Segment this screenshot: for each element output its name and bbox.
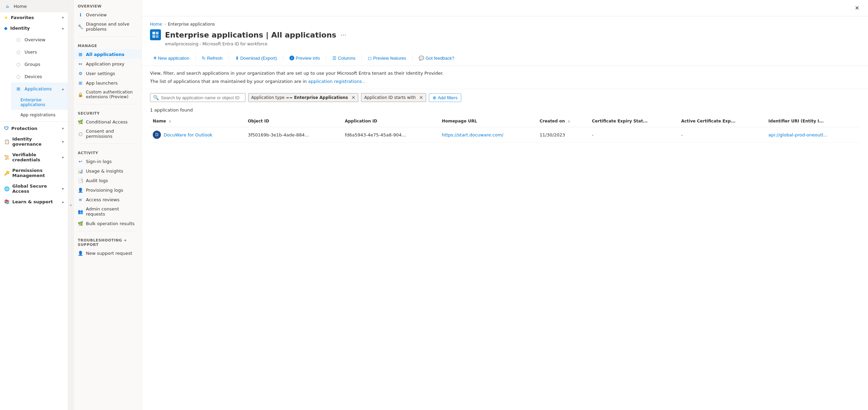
sub-sidebar-app-proxy[interactable]: ↔ Application proxy [74, 59, 141, 69]
sub-sidebar-security-section: Security [74, 107, 141, 117]
add-filters-button[interactable]: ⊕ Add filters [429, 93, 461, 102]
got-feedback-button[interactable]: 💬 Got feedback? [415, 54, 458, 62]
sidebar-item-home[interactable]: ⌂ Home [0, 0, 68, 12]
sub-sidebar-new-support[interactable]: 👤 New support request [74, 248, 141, 258]
col-application-id[interactable]: Application ID [342, 115, 439, 127]
new-application-button[interactable]: + New application [150, 53, 193, 63]
sub-sidebar-usage-insights[interactable]: 📊 Usage & insights [74, 166, 141, 176]
sub-divider-3 [78, 144, 137, 144]
sub-sidebar-provisioning-logs[interactable]: 👤 Provisioning logs [74, 185, 141, 195]
col-cert-expiry[interactable]: Certificate Expiry Stat... [589, 115, 678, 127]
search-box[interactable]: 🔍 [150, 93, 245, 102]
col-cert-expiry-label: Certificate Expiry Stat... [592, 119, 647, 123]
enterprise-app-svg [152, 31, 159, 38]
sidebar-item-groups[interactable]: ○ Groups [11, 58, 68, 70]
favorites-chevron: ▾ [62, 16, 64, 19]
sub-sidebar-admin-consent[interactable]: 👥 Admin consent requests [74, 204, 141, 219]
sub-sidebar-user-settings[interactable]: ⚙ User settings [74, 69, 141, 78]
sidebar-section-identity-governance[interactable]: 📋 Identity governance ▾ [0, 134, 68, 149]
app-id-filter-remove[interactable]: ✕ [419, 95, 423, 100]
feedback-icon: 💬 [419, 56, 424, 61]
app-type-filter-remove[interactable]: ✕ [351, 95, 356, 100]
sub-sidebar-all-applications[interactable]: ⊞ All applications [74, 49, 141, 59]
panel-collapse-btn[interactable]: « [68, 0, 74, 410]
sidebar-item-users[interactable]: ○ Users [11, 46, 68, 58]
sub-app-proxy-icon: ↔ [78, 61, 83, 67]
col-active-cert[interactable]: Active Certificate Exp... [678, 115, 766, 127]
sub-sidebar-consent-permissions[interactable]: ○ Consent and permissions [74, 127, 141, 141]
preview-features-button[interactable]: ◻ Preview features [364, 54, 409, 62]
add-filters-label: Add filters [438, 95, 458, 100]
col-created-on[interactable]: Created on ⇅ [537, 115, 589, 127]
sub-bulk-icon: 🌿 [78, 221, 83, 226]
sub-all-apps-label: All applications [86, 52, 124, 57]
col-name[interactable]: Name ⇅ [150, 115, 245, 127]
table-row: D DocuWare for Outlook 3f50169b-3e1b-4ad… [150, 127, 860, 143]
columns-button[interactable]: ☰ Columns [329, 54, 359, 62]
refresh-button[interactable]: ↻ Refresh [198, 54, 226, 62]
sidebar-section-permissions-mgmt[interactable]: 🔑 Permissions Management [0, 165, 68, 181]
sidebar-section-identity[interactable]: ◆ Identity ▴ [0, 23, 68, 33]
col-object-id[interactable]: Object ID [245, 115, 342, 127]
col-homepage-url[interactable]: Homepage URL [439, 115, 537, 127]
page-header: Home › Enterprise applications [142, 16, 868, 46]
preview-info-button[interactable]: i Preview info [286, 54, 323, 62]
sidebar-section-protection[interactable]: 🛡 Protection ▾ [0, 123, 68, 134]
sub-all-apps-icon: ⊞ [78, 52, 83, 57]
col-active-cert-label: Active Certificate Exp... [681, 119, 735, 123]
sidebar-section-global-secure-access[interactable]: 🌐 Global Secure Access ▾ [0, 181, 68, 196]
app-avatar: D [153, 131, 161, 139]
sub-sidebar-access-reviews[interactable]: ≡ Access reviews [74, 195, 141, 204]
sidebar-section-learn-support[interactable]: 📚 Learn & support ▴ [0, 196, 68, 207]
applications-chevron: ▴ [62, 87, 64, 91]
sidebar-item-applications[interactable]: ⊞ Applications ▴ [11, 83, 68, 95]
breadcrumb-home[interactable]: Home [150, 22, 162, 27]
enterprise-apps-label: Enterprise applications [20, 98, 64, 107]
sidebar-item-enterprise-apps[interactable]: Enterprise applications [11, 95, 68, 110]
app-name-link[interactable]: DocuWare for Outlook [164, 132, 212, 137]
sidebar-item-app-registrations[interactable]: App registrations [11, 110, 68, 120]
identity-label: Identity [10, 26, 30, 31]
description-section: View, filter, and search applications in… [142, 66, 868, 89]
sub-diagnose-label: Diagnose and solve problems [86, 21, 137, 32]
got-feedback-label: Got feedback? [425, 56, 454, 61]
sidebar-item-devices[interactable]: ○ Devices [11, 70, 68, 83]
sub-sidebar-audit-logs[interactable]: 📑 Audit logs [74, 176, 141, 185]
users-label: Users [25, 49, 37, 55]
app-icon [150, 29, 161, 40]
search-input[interactable] [161, 95, 242, 100]
sub-sidebar-app-launchers[interactable]: ⊞ App launchers [74, 78, 141, 88]
sub-sidebar-custom-auth[interactable]: 🔒 Custom authentication extensions (Prev… [74, 88, 141, 101]
sub-admin-consent-label: Admin consent requests [86, 206, 137, 217]
sidebar-item-overview[interactable]: ○ Overview [11, 33, 68, 46]
toolbar-sep-1 [195, 55, 196, 61]
sub-sidebar-diagnose[interactable]: 🔧 Diagnose and solve problems [74, 19, 141, 34]
identity-chevron: ▴ [62, 26, 64, 30]
sub-sidebar-bulk-results[interactable]: 🌿 Bulk operation results [74, 219, 141, 228]
sub-sidebar-overview[interactable]: ℹ Overview [74, 10, 141, 19]
sub-sidebar-conditional-access[interactable]: 🌿 Conditional Access [74, 117, 141, 127]
download-export-button[interactable]: ⬇ Download (Export) [232, 54, 281, 62]
description-main: View, filter, and search applications in… [150, 70, 860, 77]
col-identifier-uri[interactable]: Identifier URI (Entity I... [766, 115, 860, 127]
sidebar-section-verifiable-credentials[interactable]: 📜 Verifiable credentials ▾ [0, 149, 68, 165]
sidebar-divider-1 [0, 121, 68, 122]
sub-provisioning-icon: 👤 [78, 187, 83, 193]
overview-circle-icon: ○ [15, 36, 22, 43]
sidebar-section-favorites[interactable]: ★ Favorites ▾ [0, 12, 68, 23]
application-registrations-link[interactable]: application registrations [308, 79, 362, 84]
sub-sidebar-sign-in-logs[interactable]: ↩ Sign-in logs [74, 157, 141, 166]
svg-rect-2 [152, 35, 155, 38]
groups-icon: ○ [15, 61, 22, 68]
more-options-button[interactable]: ··· [340, 31, 346, 39]
identifier-uri-link[interactable]: api://global-prod-oneoutl... [768, 132, 827, 137]
sub-sign-in-icon: ↩ [78, 159, 83, 164]
homepage-url-link[interactable]: https://start.docuware.com/ [442, 132, 504, 137]
close-button[interactable]: ✕ [852, 3, 863, 14]
app-name-cell: D DocuWare for Outlook [150, 127, 245, 143]
sub-divider-1 [78, 36, 137, 37]
search-icon: 🔍 [153, 95, 159, 100]
sub-user-settings-icon: ⚙ [78, 71, 83, 76]
sub-app-proxy-label: Application proxy [86, 61, 124, 67]
learn-chevron: ▴ [62, 200, 64, 204]
